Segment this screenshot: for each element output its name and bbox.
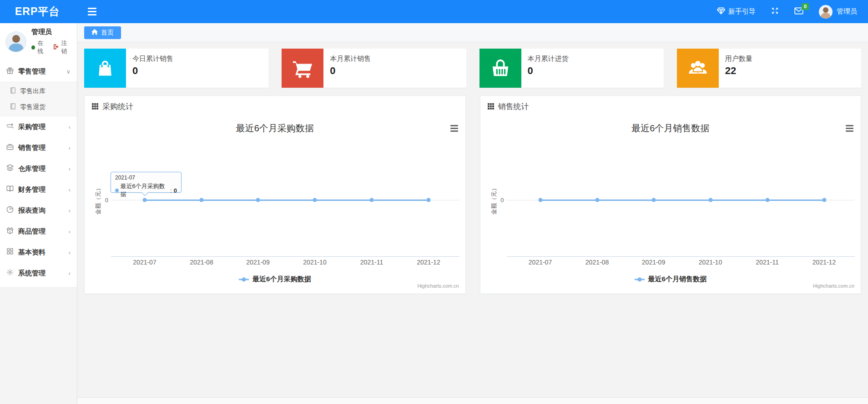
highcharts-credits-link[interactable]: Highcharts.com.cn <box>417 283 459 289</box>
legend-item[interactable]: 最近6个月销售数据 <box>480 275 861 284</box>
sidebar-item-label: 基本资料 <box>18 248 45 257</box>
chevron-left-icon: ‹ <box>69 186 71 193</box>
stat-card-value: 0 <box>132 65 173 77</box>
data-point[interactable] <box>538 198 542 202</box>
data-point[interactable] <box>200 198 204 202</box>
briefcase-icon <box>6 143 14 152</box>
data-point[interactable] <box>822 198 826 202</box>
sidebar-item-label: 报表查询 <box>18 206 45 215</box>
data-point[interactable] <box>708 198 712 202</box>
data-point[interactable] <box>370 198 374 202</box>
data-point[interactable] <box>651 198 656 202</box>
chart-export-menu-button[interactable] <box>450 125 458 132</box>
sidebar-item-label: 采购管理 <box>18 123 45 131</box>
stat-card-month-sales[interactable]: 本月累计销售 0 <box>282 49 466 88</box>
sidebar-item-warehouse[interactable]: 仓库管理 ‹ <box>0 158 77 179</box>
book-icon <box>10 87 16 95</box>
breadcrumb: 首页 <box>77 23 868 42</box>
user-menu-label: 管理员 <box>837 7 857 16</box>
sidebar-item-retail-outbound[interactable]: 零售出库 <box>0 83 77 99</box>
sidebar-item-basic-data[interactable]: 基本资料 ‹ <box>0 242 77 263</box>
stat-card-today-sales[interactable]: 今日累计销售 0 <box>84 49 268 88</box>
sidebar-item-label: 零售管理 <box>18 67 45 76</box>
beginner-guide-link[interactable]: 新手引导 <box>717 7 756 16</box>
data-point[interactable] <box>427 198 431 202</box>
x-axis-label: 2021-09 <box>642 259 665 266</box>
stat-card-title: 用户数量 <box>725 55 752 63</box>
x-axis-label: 2021-08 <box>190 259 213 266</box>
series-marker-icon <box>115 189 119 192</box>
sidebar-item-finance[interactable]: 财务管理 ‹ <box>0 179 77 200</box>
app-title: ERP平台 <box>15 5 60 19</box>
gift-icon <box>6 67 14 76</box>
legend-item[interactable]: 最近6个月采购数据 <box>85 275 465 284</box>
footer-bar <box>77 397 868 404</box>
sidebar-user-name: 管理员 <box>31 28 71 36</box>
chart-title: 最近6个月采购数据 <box>85 122 465 135</box>
data-point[interactable] <box>595 198 599 202</box>
online-status-label: 在线 <box>37 39 48 55</box>
x-axis-line <box>507 256 855 257</box>
stat-card-user-count[interactable]: 用户数量 22 <box>677 49 861 88</box>
y-axis-tick: 0 <box>480 197 504 204</box>
shopping-cart-icon <box>282 49 323 88</box>
sidebar-item-retail-return[interactable]: 零售退货 <box>0 99 77 115</box>
sidebar-item-products[interactable]: 商品管理 ‹ <box>0 221 77 242</box>
sidebar-item-label: 销售管理 <box>18 144 45 152</box>
sidebar-item-label: 财务管理 <box>18 185 45 194</box>
y-axis-tick: 0 <box>85 197 108 204</box>
x-axis-label: 2021-09 <box>246 259 269 266</box>
x-axis-label: 2021-11 <box>756 259 778 266</box>
x-axis-label: 2021-07 <box>529 259 552 266</box>
logout-link[interactable]: 注销 <box>53 39 71 55</box>
messages-button[interactable]: 0 <box>794 7 803 16</box>
tab-home[interactable]: 首页 <box>84 26 121 39</box>
sidebar-item-system[interactable]: 系统管理 ‹ <box>0 263 77 284</box>
chevron-left-icon: ‹ <box>69 207 71 214</box>
shopping-bag-icon <box>84 49 126 88</box>
message-count-badge: 0 <box>802 3 809 10</box>
sidebar-item-retail[interactable]: 零售管理 ∨ <box>0 61 77 82</box>
stat-card-title: 本月累计进货 <box>528 55 569 63</box>
chart-tooltip: 2021-07 最近6个月采购数据: 0 <box>111 172 182 193</box>
sidebar-item-label: 商品管理 <box>18 227 45 236</box>
table-grid-icon <box>92 103 98 110</box>
chart-title: 最近6个月销售数据 <box>480 122 861 135</box>
chart-export-menu-button[interactable] <box>846 125 853 132</box>
legend-marker-icon <box>239 277 249 282</box>
sign-out-icon <box>53 44 59 51</box>
package-icon <box>6 227 14 236</box>
user-menu[interactable]: 管理员 <box>819 5 857 19</box>
book-open-icon <box>6 185 14 194</box>
logout-label: 注销 <box>61 39 71 55</box>
stat-card-value: 22 <box>725 65 752 77</box>
tooltip-series-label: 最近6个月采购数据 <box>121 182 169 199</box>
tooltip-category: 2021-07 <box>115 175 177 181</box>
sidebar-item-sales[interactable]: 销售管理 ‹ <box>0 137 77 158</box>
data-point[interactable] <box>256 198 260 202</box>
x-axis-label: 2021-08 <box>585 259 609 266</box>
basket-icon <box>479 49 521 88</box>
series-line <box>540 200 824 201</box>
x-axis-label: 2021-10 <box>303 259 326 266</box>
x-axis-label: 2021-11 <box>360 259 383 266</box>
highcharts-credits-link[interactable]: Highcharts.com.cn <box>813 283 854 289</box>
sidebar-toggle-button[interactable] <box>88 8 96 15</box>
chevron-down-icon: ∨ <box>66 68 71 75</box>
diamond-icon <box>717 7 725 16</box>
sidebar-item-purchase[interactable]: 采购管理 ‹ <box>0 116 77 137</box>
sidebar-item-reports[interactable]: 报表查询 ‹ <box>0 200 77 221</box>
online-status-dot <box>31 45 35 50</box>
x-axis-line <box>111 256 459 257</box>
chevron-left-icon: ‹ <box>69 228 71 235</box>
x-axis-label: 2021-10 <box>699 259 722 266</box>
data-point[interactable] <box>313 198 317 202</box>
sidebar-item-label: 零售退货 <box>20 103 45 111</box>
panel-purchase-stats: 采购统计 最近6个月采购数据 金额（元） 0 2021-0 <box>84 95 466 294</box>
avatar <box>5 31 26 52</box>
sidebar-menu: 零售管理 ∨ 零售出库 <box>0 61 77 284</box>
tooltip-value: 0 <box>174 187 177 194</box>
stat-card-month-purchase[interactable]: 本月累计进货 0 <box>479 49 664 88</box>
fullscreen-button[interactable] <box>771 7 779 16</box>
data-point[interactable] <box>765 198 769 202</box>
